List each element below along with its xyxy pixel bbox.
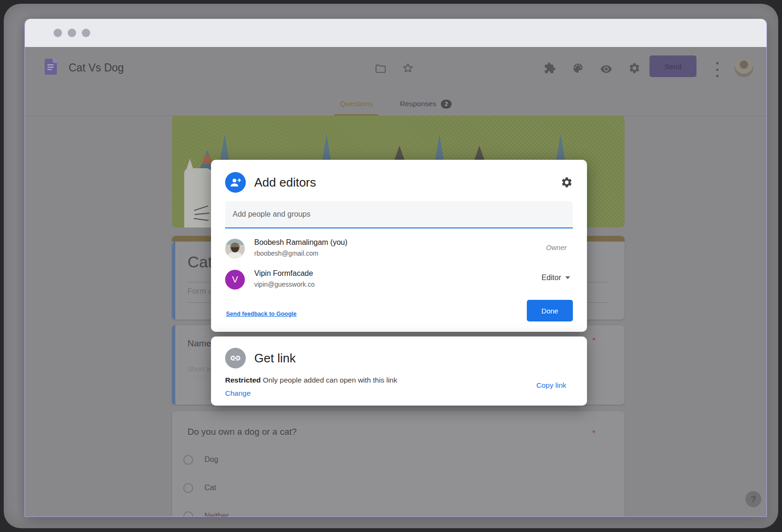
preview-eye-icon[interactable] [600,63,612,75]
add-editors-dialog: Add editors Boobesh Ramalingam (you) rbo… [211,160,587,332]
send-feedback-link[interactable]: Send feedback to Google [226,311,297,317]
tab-questions[interactable]: Questions [334,92,378,116]
restricted-description: Only people added can open with this lin… [263,376,397,384]
dialog-title: Get link [254,351,296,366]
required-asterisk: * [592,428,595,438]
question-label[interactable]: Do you own a dog or a cat? [188,427,297,437]
role-owner-label: Owner [546,243,567,251]
link-icon [225,348,246,368]
folder-icon[interactable] [375,63,387,75]
form-tabs: Questions Responses 2 [25,92,766,116]
person-row: Boobesh Ramalingam (you) rboobesh@gmail.… [211,234,587,265]
option-label: Neither [204,512,229,516]
radio-option[interactable]: Cat [183,483,216,493]
cat-ear-illustration [474,146,485,162]
done-button[interactable]: Done [527,300,573,321]
person-email: vipin@guesswork.co [254,281,315,288]
addons-puzzle-icon[interactable] [544,62,556,74]
required-asterisk: * [592,336,595,346]
responses-count-badge: 2 [441,100,451,109]
window-control-dot[interactable] [68,29,76,37]
get-link-dialog: Get link Restricted Only people added ca… [211,336,587,406]
radio-option[interactable]: Neither [183,511,229,516]
question-label[interactable]: Name [188,338,211,349]
selected-card-indicator [172,325,175,405]
theme-palette-icon[interactable] [572,62,584,74]
radio-button-icon[interactable] [183,483,193,493]
tab-responses[interactable]: Responses 2 [394,92,457,116]
tab-questions-label: Questions [340,100,373,108]
chevron-down-icon [565,276,570,279]
desktop-background: Cat Vs Dog Send [4,4,778,528]
editor-avatar: V [225,270,245,289]
radio-button-icon[interactable] [183,455,193,465]
form-title-header[interactable]: Cat Vs Dog [69,62,124,74]
person-email: rboobesh@gmail.com [254,250,318,257]
restriction-status: Restricted Only people added can open wi… [225,376,397,384]
add-people-input[interactable] [225,201,573,228]
help-button[interactable]: ? [745,491,761,507]
person-name: Vipin Formfacade [254,269,313,278]
owner-avatar [225,239,245,258]
star-icon[interactable] [402,62,414,74]
browser-window: Cat Vs Dog Send [24,19,767,517]
option-label: Dog [204,455,218,464]
dialog-title: Add editors [254,175,316,190]
page-content: Cat Vs Dog Send [25,47,766,516]
radio-button-icon[interactable] [183,511,193,517]
window-titlebar [25,19,766,47]
person-add-icon [225,172,246,193]
person-name: Boobesh Ramalingam (you) [254,238,347,247]
cat-ear-illustration [394,146,405,162]
window-control-dot[interactable] [54,29,62,37]
share-settings-gear-icon[interactable] [561,176,573,188]
settings-gear-icon[interactable] [628,62,641,74]
person-row: V Vipin Formfacade vipin@guesswork.co Ed… [211,265,587,296]
more-options-kebab-icon[interactable] [713,61,721,78]
role-dropdown-label: Editor [541,274,561,282]
send-button[interactable]: Send [649,55,696,77]
window-control-dot[interactable] [82,29,90,37]
google-forms-icon [45,59,57,75]
radio-option[interactable]: Dog [183,454,218,465]
account-avatar[interactable] [735,58,753,77]
question-card-choice[interactable]: Do you own a dog or a cat? * Dog Cat Nei… [172,411,625,516]
copy-link-button[interactable]: Copy link [536,381,566,390]
option-label: Cat [204,484,216,492]
restricted-label: Restricted [225,376,261,384]
role-dropdown[interactable]: Editor [541,274,570,282]
tab-responses-label: Responses [400,100,437,108]
selected-card-indicator [172,242,175,320]
change-link[interactable]: Change [225,389,250,398]
